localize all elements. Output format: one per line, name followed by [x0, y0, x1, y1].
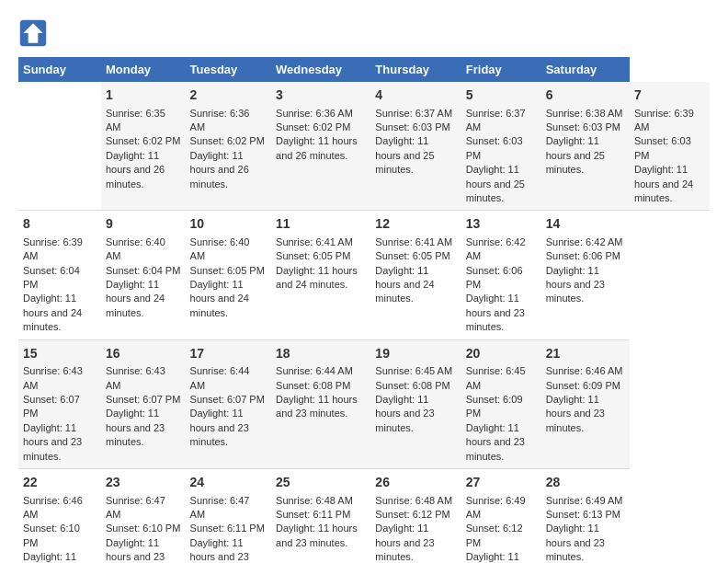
sunset-text: Sunset: 6:07 PM [23, 394, 80, 419]
sunset-text: Sunset: 6:06 PM [546, 250, 620, 261]
day-cell: 5Sunrise: 6:37 AMSunset: 6:03 PMDaylight… [461, 82, 541, 211]
daylight-text: Daylight: 11 hours and 24 minutes. [106, 279, 165, 318]
sunrise-text: Sunrise: 6:39 AM [23, 236, 83, 261]
day-number: 13 [466, 215, 537, 234]
daylight-text: Daylight: 11 hours and 24 minutes. [276, 265, 358, 290]
daylight-text: Daylight: 11 hours and 24 minutes. [190, 279, 249, 318]
day-number: 7 [634, 86, 705, 105]
day-cell: 12Sunrise: 6:41 AMSunset: 6:05 PMDayligh… [370, 211, 461, 339]
day-number: 6 [546, 86, 625, 105]
sunrise-text: Sunrise: 6:45 AM [466, 365, 526, 390]
sunrise-text: Sunrise: 6:37 AM [375, 108, 452, 119]
daylight-text: Daylight: 11 hours and 26 minutes. [190, 150, 249, 190]
sunset-text: Sunset: 6:04 PM [106, 265, 180, 276]
day-number: 27 [466, 474, 537, 492]
week-row-1: 1Sunrise: 6:35 AMSunset: 6:02 PMDaylight… [18, 82, 710, 211]
day-cell: 28Sunrise: 6:49 AMSunset: 6:13 PMDayligh… [541, 468, 630, 563]
sunrise-text: Sunrise: 6:36 AM [276, 108, 353, 119]
sunrise-text: Sunrise: 6:48 AM [375, 495, 452, 506]
sunrise-text: Sunrise: 6:48 AM [276, 495, 353, 506]
day-cell: 21Sunrise: 6:46 AMSunset: 6:09 PMDayligh… [541, 339, 630, 468]
day-cell: 7Sunrise: 6:39 AMSunset: 6:03 PMDaylight… [630, 82, 710, 211]
sunrise-text: Sunrise: 6:46 AM [23, 495, 83, 520]
day-cell: 17Sunrise: 6:44 AMSunset: 6:07 PMDayligh… [186, 339, 272, 468]
day-number: 11 [276, 215, 366, 234]
daylight-text: Daylight: 11 hours and 24 minutes. [634, 164, 693, 203]
day-cell: 8Sunrise: 6:39 AMSunset: 6:04 PMDaylight… [18, 211, 101, 339]
day-cell: 22Sunrise: 6:46 AMSunset: 6:10 PMDayligh… [18, 468, 101, 563]
day-cell: 24Sunrise: 6:47 AMSunset: 6:11 PMDayligh… [186, 468, 272, 563]
logo [18, 18, 51, 48]
day-cell: 20Sunrise: 6:45 AMSunset: 6:09 PMDayligh… [461, 339, 541, 468]
sunrise-text: Sunrise: 6:47 AM [106, 495, 165, 520]
sunset-text: Sunset: 6:05 PM [375, 250, 449, 261]
sunrise-text: Sunrise: 6:42 AM [466, 236, 526, 261]
daylight-text: Daylight: 11 hours and 25 minutes. [375, 135, 434, 175]
page-header [18, 18, 710, 48]
daylight-text: Daylight: 11 hours and 26 minutes. [106, 150, 165, 190]
day-number: 12 [375, 215, 456, 234]
day-number: 21 [546, 345, 625, 363]
day-number: 1 [106, 86, 181, 105]
daylight-text: Daylight: 11 hours and 25 minutes. [546, 135, 605, 175]
sunset-text: Sunset: 6:08 PM [276, 380, 350, 391]
sunset-text: Sunset: 6:03 PM [375, 121, 449, 132]
week-row-4: 22Sunrise: 6:46 AMSunset: 6:10 PMDayligh… [18, 468, 710, 563]
header-row: SundayMondayTuesdayWednesdayThursdayFrid… [18, 57, 710, 82]
sunrise-text: Sunrise: 6:44 AM [276, 365, 353, 376]
day-cell: 1Sunrise: 6:35 AMSunset: 6:02 PMDaylight… [101, 82, 186, 211]
sunrise-text: Sunrise: 6:49 AM [546, 495, 623, 506]
sunrise-text: Sunrise: 6:46 AM [546, 365, 623, 376]
sunset-text: Sunset: 6:11 PM [190, 523, 265, 534]
sunset-text: Sunset: 6:09 PM [466, 394, 523, 419]
week-row-3: 15Sunrise: 6:43 AMSunset: 6:07 PMDayligh… [18, 339, 710, 468]
sunrise-text: Sunrise: 6:35 AM [106, 108, 165, 132]
day-cell: 13Sunrise: 6:42 AMSunset: 6:06 PMDayligh… [461, 211, 541, 339]
sunrise-text: Sunrise: 6:47 AM [190, 495, 250, 520]
col-header-tuesday: Tuesday [186, 57, 272, 82]
sunrise-text: Sunrise: 6:40 AM [106, 236, 165, 261]
day-cell: 15Sunrise: 6:43 AMSunset: 6:07 PMDayligh… [18, 339, 101, 468]
logo-icon [18, 18, 48, 48]
daylight-text: Daylight: 11 hours and 23 minutes. [546, 265, 605, 304]
day-cell: 10Sunrise: 6:40 AMSunset: 6:05 PMDayligh… [186, 211, 272, 339]
col-header-monday: Monday [101, 57, 186, 82]
daylight-text: Daylight: 11 hours and 23 minutes. [106, 408, 165, 447]
day-cell: 27Sunrise: 6:49 AMSunset: 6:12 PMDayligh… [461, 468, 541, 563]
empty-cell [18, 82, 101, 211]
sunrise-text: Sunrise: 6:43 AM [23, 365, 83, 390]
daylight-text: Daylight: 11 hours and 23 minutes. [375, 523, 434, 562]
day-cell: 11Sunrise: 6:41 AMSunset: 6:05 PMDayligh… [271, 211, 370, 339]
day-number: 9 [106, 215, 181, 234]
day-number: 15 [23, 345, 97, 363]
day-cell: 19Sunrise: 6:45 AMSunset: 6:08 PMDayligh… [370, 339, 461, 468]
daylight-text: Daylight: 11 hours and 24 minutes. [23, 293, 82, 332]
sunrise-text: Sunrise: 6:39 AM [634, 108, 694, 132]
sunset-text: Sunset: 6:08 PM [375, 380, 449, 391]
sunrise-text: Sunrise: 6:36 AM [190, 108, 250, 132]
daylight-text: Daylight: 11 hours and 23 minutes. [546, 523, 605, 562]
day-number: 28 [546, 474, 625, 492]
col-header-saturday: Saturday [541, 57, 630, 82]
day-cell: 18Sunrise: 6:44 AMSunset: 6:08 PMDayligh… [271, 339, 370, 468]
day-number: 4 [375, 86, 456, 105]
daylight-text: Daylight: 11 hours and 23 minutes. [546, 394, 605, 433]
sunrise-text: Sunrise: 6:42 AM [546, 236, 623, 247]
week-row-2: 8Sunrise: 6:39 AMSunset: 6:04 PMDaylight… [18, 211, 710, 339]
sunset-text: Sunset: 6:07 PM [190, 394, 265, 405]
sunset-text: Sunset: 6:02 PM [276, 121, 350, 132]
daylight-text: Daylight: 11 hours and 24 minutes. [375, 265, 434, 304]
col-header-wednesday: Wednesday [271, 57, 370, 82]
day-cell: 3Sunrise: 6:36 AMSunset: 6:02 PMDaylight… [271, 82, 370, 211]
sunrise-text: Sunrise: 6:44 AM [190, 365, 250, 390]
sunset-text: Sunset: 6:02 PM [190, 135, 265, 146]
day-number: 25 [276, 474, 366, 492]
day-cell: 9Sunrise: 6:40 AMSunset: 6:04 PMDaylight… [101, 211, 186, 339]
daylight-text: Daylight: 11 hours and 23 minutes. [466, 422, 525, 462]
day-number: 19 [375, 345, 456, 363]
day-cell: 26Sunrise: 6:48 AMSunset: 6:12 PMDayligh… [370, 468, 461, 563]
day-number: 17 [190, 345, 267, 363]
daylight-text: Daylight: 11 hours and 23 minutes. [276, 394, 358, 419]
sunset-text: Sunset: 6:05 PM [190, 265, 265, 276]
daylight-text: Daylight: 11 hours and 23 minutes. [375, 394, 434, 433]
